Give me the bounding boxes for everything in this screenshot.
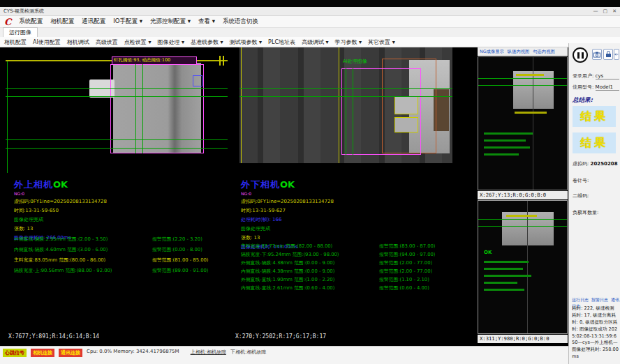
overlay-green-vline xyxy=(142,64,143,153)
measure-value: 外侧直线-隔膜:4.38mm 范围:(0.00 - 9.00) xyxy=(241,259,378,266)
pause-button[interactable] xyxy=(573,47,588,63)
measure-value: 外侧直线-直线:1.90mm 范围:(1.00 - 2.20) xyxy=(241,276,378,283)
measure-value: 内侧直线-隔膜:4.60mm 范围:(3.00 - 6.00) xyxy=(14,246,151,253)
minimize-icon[interactable]: — xyxy=(593,8,598,14)
close-icon[interactable]: ✕ xyxy=(612,8,617,14)
camera-link-badge: 相机连接 xyxy=(31,349,54,357)
middle-time: 时间:13-31-59-627 xyxy=(241,207,334,214)
alarm-range: 报警范围:(2.00 - 77.00) xyxy=(379,259,432,266)
tab-select-view[interactable]: 勾选内视图 xyxy=(533,49,554,55)
model-label: 使用型号: xyxy=(573,84,593,90)
tiny-green-text xyxy=(484,139,526,142)
middle-ng-count: NG:0 xyxy=(241,191,334,196)
left-cursor-readout: X:7677;Y:891;R:14;G:14;B:14 xyxy=(8,333,99,340)
toolbar-plc-address[interactable]: PLC地址表 xyxy=(268,38,295,46)
preview-image-part xyxy=(502,212,554,245)
preview-tabs: NG成像显示 纵缝内视图 勾选内视图 xyxy=(478,47,568,56)
preview-top-view[interactable] xyxy=(478,56,568,190)
left-result-block: 外上相机OK NG:0 虚拟码:0FY1ine=2025020813313472… xyxy=(14,177,107,241)
pause-icon xyxy=(582,52,584,59)
preview-image-part xyxy=(513,71,554,109)
menu-system-config[interactable]: 系统配置 xyxy=(19,17,43,26)
toolbar-baseline-params[interactable]: 基准线参数 ▾ xyxy=(191,38,223,46)
tab-run-image[interactable]: 运行图像 xyxy=(3,27,38,37)
measure-row: 主料宽度:83.77mm 范围:(82.00 - 88.00)报警范围:(83.… xyxy=(241,243,471,251)
exit-button[interactable] xyxy=(614,49,619,60)
login-value[interactable]: cys xyxy=(596,73,619,79)
middle-camera-view[interactable]: AI处理图像 外下相机OK NG:0 虚拟码:0FY1ine=202502081… xyxy=(232,47,476,346)
overlay-green-line xyxy=(478,85,567,86)
overlay-green-vline xyxy=(7,61,8,173)
login-row: 登录用户: cys xyxy=(573,73,619,79)
overlay-green-line xyxy=(478,226,567,227)
toolbar-camera-debug[interactable]: 相机调试 xyxy=(67,38,89,46)
toolbar-image-processing[interactable]: 图像处理 ▾ xyxy=(157,38,184,46)
menu-view[interactable]: 查看 ▾ xyxy=(198,17,215,26)
left-frame-count: 张数: 13 xyxy=(14,225,107,232)
lock-button[interactable] xyxy=(603,49,613,60)
camera-icon xyxy=(593,52,600,58)
maximize-icon[interactable]: ▢ xyxy=(603,8,608,14)
toolbar-advanced-settings[interactable]: 高级设置 xyxy=(96,38,118,46)
tab-alarm-log[interactable]: 报警日志 xyxy=(591,297,608,302)
comm-link-badge: 通讯连接 xyxy=(59,349,82,357)
tiny-green-text xyxy=(484,289,524,291)
tiny-green-text xyxy=(484,268,523,270)
menu-io-config[interactable]: IO手配置 ▾ xyxy=(113,17,142,26)
measure-row: 内侧直线-直线:2.61mm 范围:(0.60 - 4.00)报警范围:(0.6… xyxy=(241,285,471,293)
measure-value: 隔膜宽度-下:95.24mm 范围:(93.00 - 98.00) xyxy=(241,251,378,258)
camera-button[interactable] xyxy=(592,49,602,60)
menu-camera-config[interactable]: 相机配置 xyxy=(50,17,74,26)
overlay-yellow-tick xyxy=(223,56,224,66)
measure-row: 外侧直线-隔膜:2.95mm 范围:(2.00 - 3.50)报警范围:(2.2… xyxy=(14,236,229,246)
measure-value: 主料宽度:83.05mm 范围:(80.00 - 86.00) xyxy=(14,257,151,264)
preview-ok-text: OK xyxy=(484,250,492,255)
toolbar-learning-params[interactable]: 学习参数 ▾ xyxy=(335,38,362,46)
toolbar-camera-config[interactable]: 相机配置 xyxy=(4,38,27,46)
tiny-green-text xyxy=(484,132,533,135)
menu-bar: C 系统配置 相机配置 通讯配置 IO手配置 ▾ 光源控制配置 ▾ 查看 ▾ 系… xyxy=(0,16,620,28)
menu-comm-config[interactable]: 通讯配置 xyxy=(82,17,105,26)
overlay-green-line xyxy=(6,96,228,97)
middle-measure-rows: 主料宽度:83.77mm 范围:(82.00 - 88.00)报警范围:(83.… xyxy=(241,243,471,293)
toolbar-other-settings[interactable]: 其它设置 ▾ xyxy=(368,38,395,46)
measure-row: 主料宽度:83.05mm 范围:(80.00 - 86.00)报警范围:(81.… xyxy=(14,257,229,267)
tiny-yellow-text xyxy=(515,112,547,114)
exit-arrow-icon xyxy=(614,52,619,57)
model-value[interactable]: Model1 xyxy=(596,84,619,91)
menu-light-config[interactable]: 光源控制配置 ▾ xyxy=(150,17,191,26)
toolbar-ai-config[interactable]: AI使用配置 xyxy=(33,38,61,46)
alarm-range: 报警范围:(89.00 - 91.00) xyxy=(152,267,208,274)
overlay-green-line xyxy=(478,78,567,79)
tab-seam-view[interactable]: 纵缝内视图 xyxy=(508,49,529,55)
toolbar-spot-check[interactable]: 点检设置 ▾ xyxy=(124,38,152,46)
middle-done-status: 图像处理完成 xyxy=(241,225,334,232)
tab-run-log[interactable]: 运行日志 xyxy=(572,297,589,302)
middle-frame-time: 处理耗时(帧): 166 xyxy=(241,216,334,223)
qr-label: 二维码: xyxy=(573,192,589,199)
alarm-range: 报警范围:(0.00 - 8.00) xyxy=(152,246,202,253)
toolbar-test-params[interactable]: 测试项参数 ▾ xyxy=(230,38,263,46)
menu-language-switch[interactable]: 系统语言切换 xyxy=(223,17,258,26)
total-result-label: 总结果: xyxy=(573,96,593,105)
title-bar: CYS-视觉检测系统 — ▢ ✕ xyxy=(0,7,620,16)
alarm-range: 报警范围:(2.20 - 3.20) xyxy=(152,236,202,243)
left-done-status: 图像处理完成 xyxy=(14,216,107,223)
toolbar-advanced-debug[interactable]: 高级调试 ▾ xyxy=(302,38,329,46)
preview-column: NG成像显示 纵缝内视图 勾选内视图 X:267;Y:13;R:0;G:0;B:… xyxy=(478,47,568,346)
preview-top-cursor: X:267;Y:13;R:0;G:0;B:0 xyxy=(478,191,568,199)
alarm-range: 报警范围:(2.00 - 77.00) xyxy=(379,268,432,275)
tiny-green-text xyxy=(484,261,529,263)
left-camera-view[interactable]: 针孔阈值:93, 动态阈值:100 外上相机OK NG:0 虚拟码:0FY1in… xyxy=(6,47,230,346)
measure-row: 隔膜宽度-上:90.56mm 范围:(88.00 - 92.00)报警范围:(8… xyxy=(14,267,229,278)
tab-ng-display[interactable]: NG成像显示 xyxy=(480,49,504,55)
preview-bottom-view[interactable]: OK xyxy=(478,200,568,334)
measure-row: 外侧直线-直线:1.90mm 范围:(1.00 - 2.20)报警范围:(1.1… xyxy=(241,276,471,285)
alarm-range: 报警范围:(0.60 - 4.00) xyxy=(379,285,429,291)
overlay-threshold-label: 针孔阈值:93, 动态阈值:100 xyxy=(112,56,197,65)
log-text[interactable]: 耗时: 222, 纵缝检测耗时: 17, 纵缝分离耗时: 0, 纵缝提取分区耗时… xyxy=(572,305,619,361)
overlay-green-vline xyxy=(353,68,353,155)
measure-row: 外侧直线-隔膜:4.38mm 范围:(0.00 - 9.00)报警范围:(2.0… xyxy=(241,259,471,268)
ai-image-label: AI处理图像 xyxy=(343,58,367,65)
model-row: 使用型号: Model1 xyxy=(573,84,619,91)
